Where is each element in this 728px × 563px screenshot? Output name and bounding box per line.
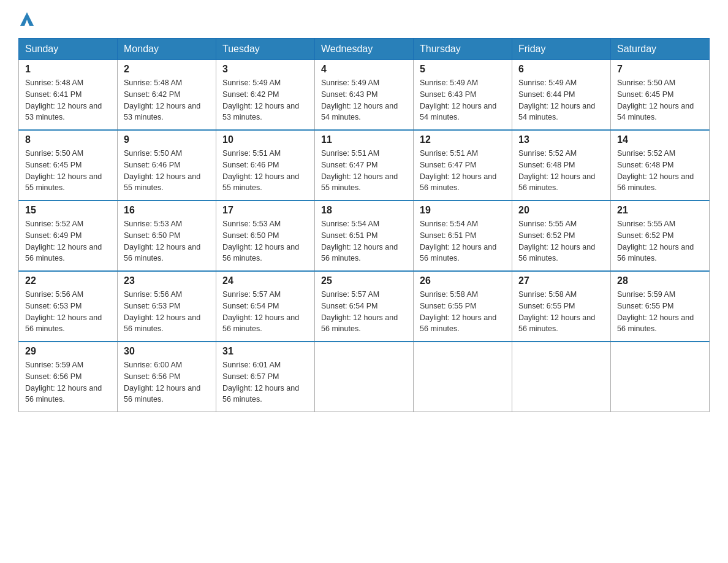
- day-info: Sunrise: 5:54 AMSunset: 6:51 PMDaylight:…: [420, 218, 506, 264]
- day-number: 23: [124, 275, 210, 286]
- calendar-cell: 11Sunrise: 5:51 AMSunset: 6:47 PMDayligh…: [315, 130, 414, 201]
- calendar-cell: 19Sunrise: 5:54 AMSunset: 6:51 PMDayligh…: [414, 201, 512, 271]
- header-cell-monday: Monday: [118, 39, 216, 60]
- day-info: Sunrise: 5:55 AMSunset: 6:52 PMDaylight:…: [617, 218, 703, 264]
- day-number: 7: [617, 64, 703, 75]
- day-info: Sunrise: 5:59 AMSunset: 6:55 PMDaylight:…: [617, 289, 703, 335]
- day-number: 1: [25, 64, 111, 75]
- day-number: 26: [420, 275, 506, 286]
- day-info: Sunrise: 6:01 AMSunset: 6:57 PMDaylight:…: [222, 359, 308, 405]
- day-number: 12: [420, 134, 506, 145]
- day-info: Sunrise: 5:55 AMSunset: 6:52 PMDaylight:…: [518, 218, 604, 264]
- day-number: 30: [124, 346, 210, 357]
- day-number: 15: [25, 205, 111, 216]
- day-info: Sunrise: 5:51 AMSunset: 6:47 PMDaylight:…: [420, 148, 506, 194]
- day-number: 4: [321, 64, 407, 75]
- day-number: 10: [222, 134, 308, 145]
- calendar-cell: 30Sunrise: 6:00 AMSunset: 6:56 PMDayligh…: [118, 342, 216, 412]
- day-info: Sunrise: 5:49 AMSunset: 6:43 PMDaylight:…: [420, 77, 506, 123]
- day-info: Sunrise: 5:52 AMSunset: 6:49 PMDaylight:…: [25, 218, 111, 264]
- calendar-cell: 31Sunrise: 6:01 AMSunset: 6:57 PMDayligh…: [216, 342, 315, 412]
- day-info: Sunrise: 5:48 AMSunset: 6:42 PMDaylight:…: [124, 77, 210, 123]
- header-cell-sunday: Sunday: [19, 39, 118, 60]
- logo-icon: [20, 12, 34, 26]
- calendar-cell: 12Sunrise: 5:51 AMSunset: 6:47 PMDayligh…: [414, 130, 512, 201]
- day-number: 17: [222, 205, 308, 216]
- header-row: SundayMondayTuesdayWednesdayThursdayFrid…: [19, 39, 710, 60]
- day-number: 22: [25, 275, 111, 286]
- day-info: Sunrise: 5:51 AMSunset: 6:46 PMDaylight:…: [222, 148, 308, 194]
- day-info: Sunrise: 5:58 AMSunset: 6:55 PMDaylight:…: [420, 289, 506, 335]
- day-number: 2: [124, 64, 210, 75]
- page-header: [18, 12, 710, 26]
- day-number: 13: [518, 134, 604, 145]
- calendar-week-row: 8Sunrise: 5:50 AMSunset: 6:45 PMDaylight…: [19, 130, 710, 201]
- day-number: 9: [124, 134, 210, 145]
- day-info: Sunrise: 5:48 AMSunset: 6:41 PMDaylight:…: [25, 77, 111, 123]
- day-info: Sunrise: 5:49 AMSunset: 6:42 PMDaylight:…: [222, 77, 308, 123]
- day-info: Sunrise: 5:53 AMSunset: 6:50 PMDaylight:…: [124, 218, 210, 264]
- calendar-cell: 3Sunrise: 5:49 AMSunset: 6:42 PMDaylight…: [216, 60, 315, 131]
- day-info: Sunrise: 5:56 AMSunset: 6:53 PMDaylight:…: [25, 289, 111, 335]
- calendar-cell: 25Sunrise: 5:57 AMSunset: 6:54 PMDayligh…: [315, 271, 414, 342]
- calendar-cell: [315, 342, 414, 412]
- calendar-cell: 15Sunrise: 5:52 AMSunset: 6:49 PMDayligh…: [19, 201, 118, 271]
- day-number: 21: [617, 205, 703, 216]
- day-number: 24: [222, 275, 308, 286]
- day-number: 29: [25, 346, 111, 357]
- day-number: 11: [321, 134, 407, 145]
- day-info: Sunrise: 5:52 AMSunset: 6:48 PMDaylight:…: [518, 148, 604, 194]
- calendar-cell: 22Sunrise: 5:56 AMSunset: 6:53 PMDayligh…: [19, 271, 118, 342]
- calendar-cell: 7Sunrise: 5:50 AMSunset: 6:45 PMDaylight…: [611, 60, 710, 131]
- calendar-cell: 5Sunrise: 5:49 AMSunset: 6:43 PMDaylight…: [414, 60, 512, 131]
- calendar-cell: 4Sunrise: 5:49 AMSunset: 6:43 PMDaylight…: [315, 60, 414, 131]
- calendar-week-row: 15Sunrise: 5:52 AMSunset: 6:49 PMDayligh…: [19, 201, 710, 271]
- calendar-cell: 14Sunrise: 5:52 AMSunset: 6:48 PMDayligh…: [611, 130, 710, 201]
- calendar-cell: 13Sunrise: 5:52 AMSunset: 6:48 PMDayligh…: [512, 130, 611, 201]
- day-info: Sunrise: 5:57 AMSunset: 6:54 PMDaylight:…: [222, 289, 308, 335]
- calendar-table: SundayMondayTuesdayWednesdayThursdayFrid…: [18, 38, 710, 412]
- calendar-cell: 24Sunrise: 5:57 AMSunset: 6:54 PMDayligh…: [216, 271, 315, 342]
- calendar-cell: 23Sunrise: 5:56 AMSunset: 6:53 PMDayligh…: [118, 271, 216, 342]
- calendar-week-row: 29Sunrise: 5:59 AMSunset: 6:56 PMDayligh…: [19, 342, 710, 412]
- calendar-week-row: 1Sunrise: 5:48 AMSunset: 6:41 PMDaylight…: [19, 60, 710, 131]
- day-number: 28: [617, 275, 703, 286]
- day-info: Sunrise: 5:56 AMSunset: 6:53 PMDaylight:…: [124, 289, 210, 335]
- header-cell-friday: Friday: [512, 39, 611, 60]
- calendar-cell: [512, 342, 611, 412]
- day-info: Sunrise: 6:00 AMSunset: 6:56 PMDaylight:…: [124, 359, 210, 405]
- day-info: Sunrise: 5:50 AMSunset: 6:46 PMDaylight:…: [124, 148, 210, 194]
- calendar-cell: 18Sunrise: 5:54 AMSunset: 6:51 PMDayligh…: [315, 201, 414, 271]
- day-number: 14: [617, 134, 703, 145]
- day-number: 16: [124, 205, 210, 216]
- header-cell-wednesday: Wednesday: [315, 39, 414, 60]
- day-number: 20: [518, 205, 604, 216]
- calendar-cell: 1Sunrise: 5:48 AMSunset: 6:41 PMDaylight…: [19, 60, 118, 131]
- calendar-cell: 16Sunrise: 5:53 AMSunset: 6:50 PMDayligh…: [118, 201, 216, 271]
- day-number: 27: [518, 275, 604, 286]
- header-cell-saturday: Saturday: [611, 39, 710, 60]
- day-number: 18: [321, 205, 407, 216]
- day-info: Sunrise: 5:54 AMSunset: 6:51 PMDaylight:…: [321, 218, 407, 264]
- header-cell-tuesday: Tuesday: [216, 39, 315, 60]
- day-info: Sunrise: 5:52 AMSunset: 6:48 PMDaylight:…: [617, 148, 703, 194]
- calendar-cell: 2Sunrise: 5:48 AMSunset: 6:42 PMDaylight…: [118, 60, 216, 131]
- calendar-cell: 28Sunrise: 5:59 AMSunset: 6:55 PMDayligh…: [611, 271, 710, 342]
- day-info: Sunrise: 5:50 AMSunset: 6:45 PMDaylight:…: [617, 77, 703, 123]
- day-info: Sunrise: 5:50 AMSunset: 6:45 PMDaylight:…: [25, 148, 111, 194]
- day-info: Sunrise: 5:58 AMSunset: 6:55 PMDaylight:…: [518, 289, 604, 335]
- day-number: 19: [420, 205, 506, 216]
- calendar-cell: 29Sunrise: 5:59 AMSunset: 6:56 PMDayligh…: [19, 342, 118, 412]
- day-info: Sunrise: 5:49 AMSunset: 6:44 PMDaylight:…: [518, 77, 604, 123]
- day-number: 6: [518, 64, 604, 75]
- calendar-cell: 21Sunrise: 5:55 AMSunset: 6:52 PMDayligh…: [611, 201, 710, 271]
- calendar-cell: 27Sunrise: 5:58 AMSunset: 6:55 PMDayligh…: [512, 271, 611, 342]
- header-cell-thursday: Thursday: [414, 39, 512, 60]
- day-info: Sunrise: 5:49 AMSunset: 6:43 PMDaylight:…: [321, 77, 407, 123]
- calendar-cell: 9Sunrise: 5:50 AMSunset: 6:46 PMDaylight…: [118, 130, 216, 201]
- logo: [18, 12, 34, 26]
- calendar-cell: [414, 342, 512, 412]
- calendar-cell: 20Sunrise: 5:55 AMSunset: 6:52 PMDayligh…: [512, 201, 611, 271]
- calendar-cell: 6Sunrise: 5:49 AMSunset: 6:44 PMDaylight…: [512, 60, 611, 131]
- calendar-cell: 26Sunrise: 5:58 AMSunset: 6:55 PMDayligh…: [414, 271, 512, 342]
